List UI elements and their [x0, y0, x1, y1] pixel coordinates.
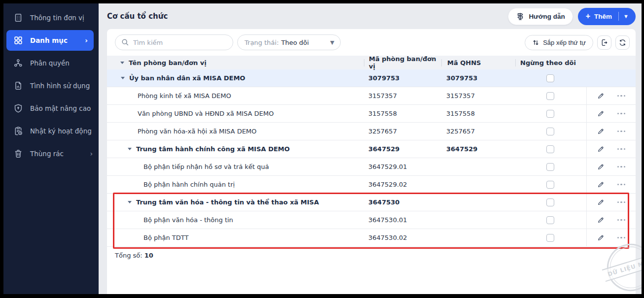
sidebar-item-danh-muc[interactable]: Danh mục › — [6, 30, 94, 51]
collapse-all-icon[interactable] — [120, 62, 124, 64]
divider — [618, 12, 619, 21]
column-header: Tên phòng ban/đơn vị — [129, 59, 207, 66]
edit-icon[interactable] — [597, 234, 605, 241]
table-row[interactable]: Trung tâm văn hóa - thông tin và thể tha… — [107, 194, 636, 211]
sidebar-item-nhat-ky-hoat-dong[interactable]: Nhật ký hoạt động — [3, 120, 99, 142]
edit-icon[interactable] — [597, 216, 605, 224]
status-filter-select[interactable]: Trạng thái: Theo dõi ▼ — [237, 34, 341, 50]
total-value: 10 — [144, 252, 153, 259]
org-code: 3647529 — [364, 140, 441, 158]
table-header-row: Tên phòng ban/đơn vị Mã phòng ban/đơn vị… — [107, 56, 636, 69]
more-actions-icon[interactable] — [617, 184, 625, 185]
org-name: Bộ phận hành chính quản trị — [143, 181, 235, 188]
org-name: Trung tâm văn hóa - thông tin và thể tha… — [136, 199, 319, 206]
trash-icon — [13, 149, 23, 159]
stop-follow-checkbox[interactable] — [546, 163, 554, 171]
table-row[interactable]: Phòng kinh tế xã MISA DEMO 3157357 31573… — [107, 87, 636, 105]
sidebar-item-label: Danh mục — [30, 36, 68, 44]
more-actions-icon[interactable] — [617, 148, 625, 150]
org-name: Bộ phận TDTT — [143, 234, 188, 241]
stop-follow-checkbox[interactable] — [546, 145, 554, 153]
stop-follow-checkbox[interactable] — [546, 199, 554, 206]
guide-button[interactable]: Hướng dẫn — [508, 8, 572, 25]
stop-follow-checkbox[interactable] — [546, 110, 554, 118]
table-row[interactable]: Phòng văn hóa-xã hội xã MISA DEMO 325765… — [107, 123, 636, 140]
stop-follow-checkbox[interactable] — [546, 74, 554, 82]
app-window: Thông tin đơn vị Danh mục › Phân quyền — [0, 0, 644, 298]
refresh-icon — [618, 38, 627, 47]
sidebar-item-thung-rac[interactable]: Thùng rác › — [3, 142, 99, 165]
more-actions-icon[interactable] — [617, 95, 625, 97]
org-qhns — [441, 176, 514, 193]
org-name: Phòng văn hóa-xã hội xã MISA DEMO — [138, 128, 256, 135]
topbar: Cơ cấu tổ chức Hướng dẫn + Thêm — [99, 3, 642, 29]
chevron-down-icon: ▼ — [330, 39, 334, 46]
org-name: Phòng kinh tế xã MISA DEMO — [138, 92, 231, 99]
more-actions-icon[interactable] — [617, 201, 625, 203]
org-name: Trung tâm hành chính công xã MISA DEMO — [136, 145, 290, 153]
more-actions-icon[interactable] — [617, 219, 625, 221]
org-code: 3647529.02 — [364, 176, 441, 193]
status-filter-value: Theo dõi — [281, 39, 309, 46]
page-title: Cơ cấu tổ chức — [107, 12, 168, 21]
stop-follow-checkbox[interactable] — [546, 234, 554, 242]
org-code: 3647530 — [364, 194, 441, 211]
table-row[interactable]: Bộ phận tiếp nhận hồ sơ và trả kết quả 3… — [107, 158, 636, 176]
more-actions-icon[interactable] — [617, 131, 625, 132]
stop-follow-checkbox[interactable] — [546, 216, 554, 224]
org-code: 3079753 — [364, 69, 441, 87]
edit-icon[interactable] — [597, 163, 605, 170]
more-actions-icon[interactable] — [617, 237, 625, 238]
sidebar-item-thong-tin-don-vi[interactable]: Thông tin đơn vị — [3, 6, 99, 29]
screen: Thông tin đơn vị Danh mục › Phân quyền — [3, 3, 642, 294]
org-qhns — [441, 229, 514, 246]
table-row[interactable]: Bộ phận TDTT 3647530.02 — [107, 229, 636, 247]
chevron-right-icon: › — [85, 37, 88, 44]
edit-icon[interactable] — [597, 181, 605, 188]
more-actions-icon[interactable] — [617, 113, 625, 114]
stop-follow-checkbox[interactable] — [546, 128, 554, 135]
expand-icon[interactable] — [128, 201, 132, 203]
stop-follow-checkbox[interactable] — [546, 181, 554, 189]
stop-follow-checkbox[interactable] — [546, 92, 554, 100]
main-area: Cơ cấu tổ chức Hướng dẫn + Thêm — [99, 3, 642, 294]
chevron-down-icon[interactable]: ▼ — [623, 14, 631, 19]
sort-order-label: Sắp xếp thứ tự — [543, 39, 586, 46]
org-code: 3647529.01 — [364, 158, 441, 175]
sidebar-item-label: Nhật ký hoạt động — [30, 127, 92, 135]
refresh-button[interactable] — [615, 35, 630, 50]
org-name: Văn phòng UBND và HĐND xã MISA DEMO — [138, 110, 274, 117]
column-header: Mã phòng ban/đơn vị — [369, 55, 441, 70]
column-header: Ngừng theo dõi — [520, 59, 576, 66]
table-row[interactable]: Văn phòng UBND và HĐND xã MISA DEMO 3157… — [107, 105, 636, 123]
building-icon — [13, 13, 23, 23]
export-button[interactable] — [597, 35, 611, 50]
edit-icon[interactable] — [597, 199, 605, 206]
org-name: Bộ phận tiếp nhận hồ sơ và trả kết quả — [143, 163, 269, 170]
sort-order-button[interactable]: Sắp xếp thứ tự — [525, 35, 593, 50]
grid-icon — [13, 35, 23, 46]
add-button[interactable]: + Thêm ▼ — [578, 8, 636, 25]
expand-icon[interactable] — [121, 77, 125, 79]
search-input[interactable] — [133, 39, 228, 46]
edit-icon[interactable] — [597, 92, 605, 99]
table-row[interactable]: Ủy ban nhân dân xã MISA DEMO 3079753 307… — [107, 69, 636, 87]
sidebar-item-phan-quyen[interactable]: Phân quyền — [3, 52, 99, 74]
content-panel: Trạng thái: Theo dõi ▼ Sắp xếp thứ tự — [107, 29, 636, 294]
sidebar-item-tinh-hinh-su-dung[interactable]: Tình hình sử dụng — [3, 74, 99, 97]
org-qhns: 3157558 — [441, 105, 514, 122]
table-row[interactable]: Bộ phận hành chính quản trị 3647529.02 — [107, 176, 636, 194]
edit-icon[interactable] — [597, 110, 605, 117]
table-row[interactable]: Bộ phận văn hóa - thông tin 3647530.01 — [107, 211, 636, 229]
edit-icon[interactable] — [597, 145, 605, 153]
expand-icon[interactable] — [128, 148, 132, 150]
search-box[interactable] — [115, 34, 233, 50]
org-table: Tên phòng ban/đơn vị Mã phòng ban/đơn vị… — [107, 56, 636, 259]
more-actions-icon[interactable] — [617, 166, 625, 167]
edit-icon[interactable] — [597, 128, 605, 135]
org-code: 3647530.01 — [364, 211, 441, 229]
signpost-icon — [516, 12, 525, 21]
table-row[interactable]: Trung tâm hành chính công xã MISA DEMO 3… — [107, 140, 636, 158]
sidebar-item-bao-mat-nang-cao[interactable]: Bảo mật nâng cao — [3, 97, 99, 120]
guide-button-label: Hướng dẫn — [529, 13, 565, 20]
